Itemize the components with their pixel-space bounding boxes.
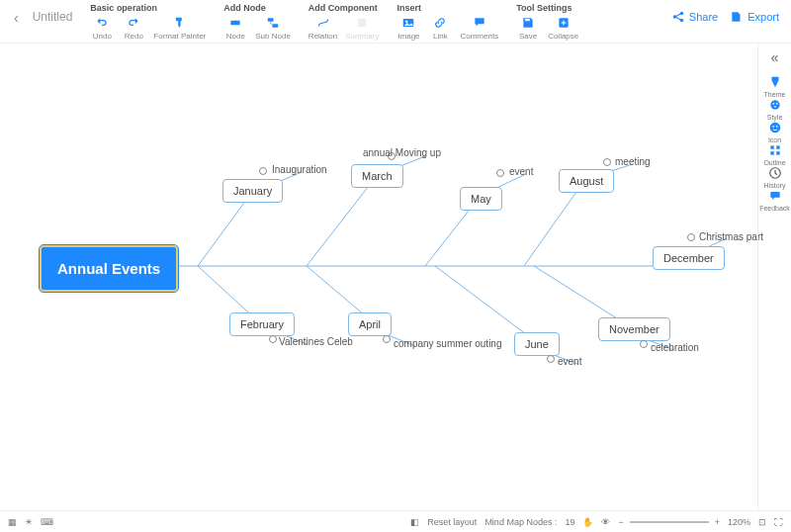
tool-label: Undo — [93, 32, 112, 41]
collapse-panel-button[interactable]: « — [771, 49, 779, 65]
zoom-slider[interactable]: − + — [618, 517, 720, 527]
view-icon[interactable]: ▦ — [8, 517, 17, 527]
tool-label: Sub Node — [255, 32, 291, 41]
node-handle[interactable] — [603, 158, 611, 166]
side-label: Theme — [764, 91, 786, 98]
history-icon — [768, 166, 782, 180]
collapse-button[interactable]: Collapse — [548, 16, 578, 41]
zoom-track[interactable] — [630, 521, 709, 523]
reset-layout-icon[interactable]: ◧ — [410, 517, 419, 527]
tool-label: Save — [519, 32, 537, 41]
image-button[interactable]: Image — [396, 16, 420, 41]
side-style[interactable]: Style — [759, 98, 790, 121]
group-basic-operation: Basic operationUndoRedoFormat Painter — [90, 0, 206, 41]
node-february[interactable]: February — [229, 312, 295, 336]
node-june[interactable]: June — [514, 332, 560, 356]
leaf-christmas[interactable]: Christmas part — [699, 231, 763, 242]
group-add-component: Add ComponentRelationSummary — [308, 0, 380, 41]
node-may[interactable]: May — [460, 187, 502, 211]
fullscreen-icon[interactable]: ⛶ — [774, 517, 783, 527]
tool-label: Redo — [125, 32, 143, 41]
svg-point-16 — [772, 126, 774, 128]
zoom-in-button[interactable]: + — [715, 517, 720, 527]
leaf-moving-up[interactable]: annual Moving up — [363, 147, 441, 158]
node-handle[interactable] — [640, 340, 648, 348]
leaf-june-event[interactable]: event — [558, 356, 581, 367]
svg-point-11 — [770, 100, 779, 109]
tool-label: Node — [226, 32, 245, 41]
undo-button[interactable]: Undo — [90, 16, 114, 41]
svg-rect-6 — [525, 19, 530, 21]
eye-icon[interactable]: 👁 — [601, 517, 610, 527]
svg-point-12 — [772, 103, 774, 105]
zoom-out-button[interactable]: − — [618, 517, 623, 527]
redo-icon — [127, 16, 140, 30]
side-icon[interactable]: Icon — [759, 121, 790, 143]
brightness-icon[interactable]: ☀ — [25, 517, 33, 527]
group-tool-settings: Tool SettingsSaveCollapse — [516, 0, 578, 41]
svg-rect-0 — [231, 21, 240, 26]
svg-rect-21 — [776, 151, 780, 155]
leaf-outing[interactable]: company summer outing — [394, 338, 502, 349]
reset-layout-button[interactable]: Reset layout — [427, 517, 477, 527]
tool-label: Image — [397, 32, 419, 41]
topbar: ‹ Untitled Basic operationUndoRedoFormat… — [0, 0, 791, 44]
node-handle[interactable] — [547, 355, 555, 363]
node-handle[interactable] — [687, 233, 695, 241]
node-button[interactable]: Node — [223, 16, 247, 41]
leaf-meeting[interactable]: meeting — [615, 156, 651, 167]
side-feedback[interactable]: Feedback — [759, 189, 790, 212]
group-label: Basic operation — [90, 0, 206, 14]
node-december[interactable]: December — [653, 246, 725, 270]
relation-button[interactable]: Relation — [308, 16, 337, 41]
collapse-icon — [557, 16, 571, 30]
back-button[interactable]: ‹ — [8, 0, 25, 36]
node-january[interactable]: January — [222, 179, 283, 203]
share-button[interactable]: Share — [671, 10, 718, 24]
hand-icon[interactable]: ✋ — [582, 517, 593, 527]
node-march[interactable]: March — [351, 164, 403, 188]
side-theme[interactable]: Theme — [759, 75, 790, 98]
link-button[interactable]: Link — [428, 16, 452, 41]
redo-button[interactable]: Redo — [122, 16, 145, 41]
node-count: 19 — [565, 517, 574, 527]
node-handle[interactable] — [383, 335, 391, 343]
canvas[interactable]: Annual Events January Inauguration March… — [0, 44, 757, 510]
outline-icon — [768, 143, 782, 157]
share-icon — [671, 10, 685, 24]
save-button[interactable]: Save — [516, 16, 540, 41]
sub-node-button[interactable]: Sub Node — [255, 16, 291, 41]
side-history[interactable]: History — [759, 166, 790, 189]
zoom-level: 120% — [728, 517, 750, 527]
node-august[interactable]: August — [559, 169, 614, 193]
comments-button[interactable]: Comments — [460, 16, 498, 41]
root-node[interactable]: Annual Events — [40, 245, 178, 292]
export-button[interactable]: Export — [730, 10, 779, 24]
summary-icon — [355, 16, 369, 30]
tool-label: Relation — [308, 32, 337, 41]
undo-icon — [95, 16, 109, 30]
format-painter-icon — [173, 16, 187, 30]
node-handle[interactable] — [269, 335, 277, 343]
svg-rect-1 — [268, 18, 274, 22]
side-outline[interactable]: Outline — [759, 143, 790, 166]
tool-label: Collapse — [548, 32, 578, 41]
svg-point-14 — [774, 106, 776, 108]
node-april[interactable]: April — [348, 312, 392, 336]
leaf-may-event[interactable]: event — [509, 166, 533, 177]
leaf-inauguration[interactable]: Inauguration — [272, 164, 327, 175]
node-handle[interactable] — [496, 169, 504, 177]
format-painter-button[interactable]: Format Painter — [153, 16, 206, 41]
document-title[interactable]: Untitled — [25, 0, 81, 34]
leaf-valentines[interactable]: Valentines Celeb — [279, 336, 353, 347]
group-label: Tool Settings — [516, 0, 578, 14]
node-november[interactable]: November — [598, 317, 670, 341]
svg-point-5 — [406, 21, 408, 23]
feedback-icon — [768, 189, 782, 203]
summary-button: Summary — [345, 16, 379, 41]
leaf-celebration[interactable]: celebration — [651, 342, 699, 353]
fit-icon[interactable]: ⊡ — [758, 517, 766, 527]
keyboard-icon[interactable]: ⌨ — [41, 517, 53, 527]
node-handle[interactable] — [259, 167, 267, 175]
nodes-label: Mind Map Nodes : — [484, 517, 557, 527]
